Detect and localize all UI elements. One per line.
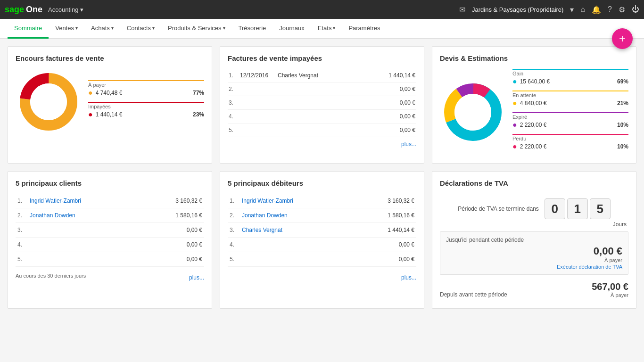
legend-dot-apayer: ● <box>88 89 93 97</box>
debiteur-num-5: 5. <box>230 256 242 263</box>
chevron-down-icon[interactable]: ▾ <box>570 5 574 14</box>
nav-item-journaux[interactable]: Journaux <box>272 19 311 39</box>
debiteur-row-1: 1. Ingrid Watier-Zambri 3 160,32 € <box>228 194 416 208</box>
clients-title: 5 principaux clients <box>16 179 204 187</box>
nav-item-ventes[interactable]: Ventes ▾ <box>49 19 84 39</box>
nav-item-contacts[interactable]: Contacts ▾ <box>120 19 161 39</box>
invoice-num-5: 5. <box>229 127 240 133</box>
legend-item-apayer: À payer ● 4 740,48 € 77% <box>88 80 204 97</box>
client-row-3: 3. 0,00 € <box>16 223 204 238</box>
client-amount-4: 0,00 € <box>187 241 202 248</box>
tva-days-label: Jours <box>440 221 628 228</box>
client-row-2: 2. Jonathan Dowden 1 580,16 € <box>16 208 204 223</box>
client-amount-3: 0,00 € <box>187 227 202 233</box>
debiteurs-plus-link[interactable]: plus... <box>401 274 416 281</box>
client-name-1[interactable]: Ingrid Watier-Zambri <box>30 197 175 204</box>
devis-dot-attente: ● <box>512 99 517 107</box>
gear-icon[interactable]: ⚙ <box>619 5 625 14</box>
nav-item-etats[interactable]: Etats ▾ <box>311 19 342 39</box>
debiteur-num-3: 3. <box>230 227 242 233</box>
legend-pct-impayees: 23% <box>193 111 204 118</box>
nav-item-achats[interactable]: Achats ▾ <box>84 19 120 39</box>
client-amount-5: 0,00 € <box>187 256 202 263</box>
nav-item-tresorerie[interactable]: Trésorerie <box>232 19 273 39</box>
devis-dot-perdu: ● <box>512 142 517 151</box>
devis-label-gain: Gain <box>512 69 628 76</box>
client-amount-1: 3 160,32 € <box>175 197 202 204</box>
tva-countdown: Période de TVA se termine dans 0 1 5 <box>440 194 628 221</box>
nav-item-parametres[interactable]: Paramètres <box>342 19 387 39</box>
fab-add-button[interactable]: + <box>612 28 633 49</box>
debiteur-amount-3: 1 440,14 € <box>388 227 414 233</box>
tva-depuis-amount: 567,00 € <box>592 281 628 292</box>
debiteur-name-2[interactable]: Jonathan Dowden <box>242 212 388 219</box>
debiteur-num-1: 1. <box>230 197 242 204</box>
invoice-num-1: 1. <box>229 72 240 79</box>
legend-dot-impayees: ● <box>88 110 93 119</box>
devis-value-gain: 15 640,00 € <box>520 78 614 85</box>
devis-donut <box>440 79 506 145</box>
invoice-date-1: 12/12/2016 <box>240 72 278 79</box>
invoice-row-3: 3. 0,00 € <box>228 96 416 110</box>
client-name-2[interactable]: Jonathan Dowden <box>30 212 175 219</box>
nav-label-journaux: Journaux <box>279 25 304 32</box>
invoice-amount-5: 0,00 € <box>400 127 415 133</box>
logo-sage: sage <box>5 5 24 15</box>
invoice-amount-3: 0,00 € <box>400 99 415 106</box>
company-name[interactable]: Jardins & Paysages (Propriétaire) <box>472 6 563 13</box>
devis-label-perdu: Perdu <box>512 134 628 141</box>
help-icon[interactable]: ? <box>608 5 612 14</box>
debiteurs-footer: plus... <box>228 271 416 281</box>
nav-item-produits[interactable]: Produits & Services ▾ <box>161 19 231 39</box>
encours-title: Encours factures de vente <box>16 54 204 62</box>
accounting-menu[interactable]: Accounting ▾ <box>48 6 83 13</box>
invoice-table: 1. 12/12/2016 Charles Vergnat 1 440,14 €… <box>228 69 416 137</box>
invoice-name-1: Charles Vergnat <box>278 72 388 79</box>
tva-depuis: Depuis avant cette période 567,00 € À pa… <box>440 279 628 301</box>
nav-label-tresorerie: Trésorerie <box>239 25 266 32</box>
tva-period-amount: 0,00 € <box>446 245 622 257</box>
mail-icon[interactable]: ✉ <box>459 5 465 14</box>
debiteur-row-3: 3. Charles Vergnat 1 440,14 € <box>228 223 416 238</box>
encours-donut <box>16 69 82 135</box>
devis-legend-expire: Expiré ● 2 220,00 € 10% <box>512 112 628 129</box>
client-row-4: 4. 0,00 € <box>16 238 204 252</box>
invoice-amount-1: 1 440,14 € <box>388 72 415 79</box>
debiteur-amount-2: 1 580,16 € <box>388 212 414 219</box>
clients-plus-link[interactable]: plus... <box>189 274 204 281</box>
client-num-5: 5. <box>17 256 30 263</box>
devis-label-expire: Expiré <box>512 112 628 120</box>
devis-label-attente: En attente <box>512 90 628 98</box>
debiteur-name-3[interactable]: Charles Vergnat <box>242 227 388 233</box>
devis-pct-expire: 10% <box>617 122 628 128</box>
devis-pct-perdu: 10% <box>617 143 628 150</box>
invoice-amount-4: 0,00 € <box>400 113 415 120</box>
debiteur-name-1[interactable]: Ingrid Watier-Zambri <box>242 197 388 204</box>
tva-exec-link[interactable]: Exécuter déclaration de TVA <box>446 264 622 270</box>
factures-impayees-card: Factures de vente impayées 1. 12/12/2016… <box>220 46 424 164</box>
invoice-num-2: 2. <box>229 86 240 92</box>
debiteur-amount-1: 3 160,32 € <box>388 197 414 204</box>
devis-pct-attente: 21% <box>617 100 628 107</box>
achats-chevron-icon: ▾ <box>111 25 114 31</box>
contacts-chevron-icon: ▾ <box>152 25 155 31</box>
invoice-row-2: 2. 0,00 € <box>228 82 416 96</box>
encours-card: Encours factures de vente À payer ● <box>8 46 212 164</box>
encours-chart-area: À payer ● 4 740,48 € 77% Impayées ● 1 44… <box>16 69 204 135</box>
debiteur-amount-4: 0,00 € <box>399 241 414 248</box>
home-icon[interactable]: ⌂ <box>580 5 585 14</box>
secondary-navigation: Sommaire Ventes ▾ Achats ▾ Contacts ▾ Pr… <box>0 19 644 39</box>
devis-chart-area: Gain ● 15 640,00 € 69% En attente ● 4 84… <box>440 69 628 156</box>
devis-legend-attente: En attente ● 4 840,00 € 21% <box>512 90 628 107</box>
tva-card: Déclarations de TVA Période de TVA se te… <box>432 171 636 309</box>
top-navigation: sage One Accounting ▾ ✉ Jardins & Paysag… <box>0 0 644 19</box>
nav-label-parametres: Paramètres <box>348 25 380 32</box>
devis-legend-gain: Gain ● 15 640,00 € 69% <box>512 69 628 86</box>
logo: sage One <box>5 5 42 15</box>
debiteur-row-4: 4. 0,00 € <box>228 238 416 252</box>
devis-title: Devis & Estimations <box>440 54 628 62</box>
factures-impayees-plus-link[interactable]: plus... <box>228 141 416 148</box>
signout-icon[interactable]: ⏻ <box>632 5 639 14</box>
nav-item-sommaire[interactable]: Sommaire <box>8 19 49 39</box>
bell-icon[interactable]: 🔔 <box>592 5 601 14</box>
